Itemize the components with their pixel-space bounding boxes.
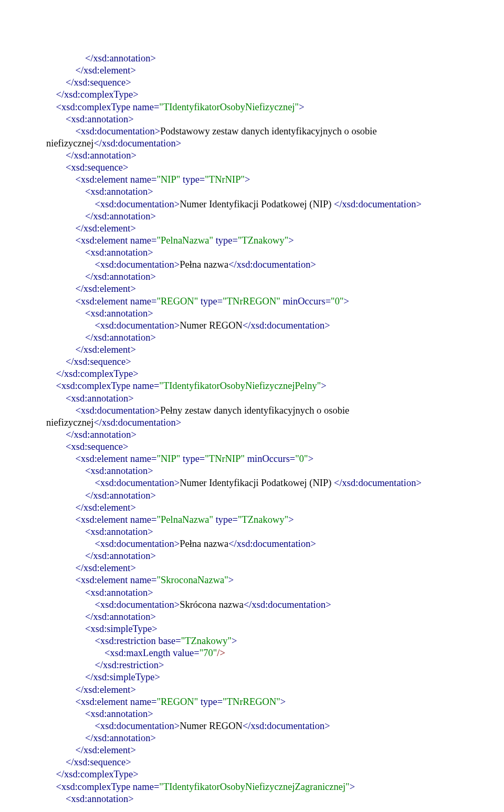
code-line: <xsd:documentation>Numer REGON</xsd:docu… [46,320,458,332]
code-line: <xsd:complexType name="TIdentyfikatorOso… [46,781,458,793]
code-line: </xsd:element> [46,223,458,235]
code-line: <xsd:element name="PelnaNazwa" type="TZn… [46,514,458,526]
code-line: </xsd:annotation> [46,52,458,65]
code-line: </xsd:element> [46,744,458,756]
code-line: <xsd:annotation> [46,587,458,599]
code-line: <xsd:element name="NIP" type="TNrNIP" mi… [46,453,458,465]
code-line: </xsd:annotation> [46,271,458,283]
code-line: <xsd:documentation>Numer Identyfikacji P… [46,477,458,489]
code-line: </xsd:annotation> [46,732,458,744]
code-line: <xsd:annotation> [46,526,458,538]
code-line: </xsd:restriction> [46,659,458,671]
code-line: </xsd:sequence> [46,77,458,89]
code-line: <xsd:documentation>Skrócona nazwa</xsd:d… [46,599,458,611]
code-line: <xsd:sequence> [46,441,458,453]
code-line: </xsd:annotation> [46,550,458,562]
code-line: <xsd:annotation> [46,708,458,720]
code-line: <xsd:element name="NIP" type="TNrNIP"> [46,174,458,186]
code-line: </xsd:annotation> [46,611,458,623]
code-line: <xsd:element name="REGON" type="TNrREGON… [46,696,458,708]
code-line: </xsd:annotation> [46,429,458,441]
code-line: </xsd:element> [46,502,458,514]
code-line: </xsd:annotation> [46,332,458,344]
code-line: <xsd:documentation>Pełna nazwa</xsd:docu… [46,538,458,550]
code-line: </xsd:annotation> [46,490,458,502]
code-line: </xsd:element> [46,344,458,356]
code-line: </xsd:element> [46,283,458,295]
code-line: <xsd:complexType name="TIdentyfikatorOso… [46,380,458,392]
code-line: <xsd:annotation> [46,393,458,405]
code-line: <xsd:element name="REGON" type="TNrREGON… [46,296,458,308]
code-line: </xsd:sequence> [46,356,458,368]
code-line: <xsd:documentation>Podstawowy zestaw dan… [46,125,458,138]
code-line: <xsd:annotation> [46,465,458,477]
xsd-code-block: </xsd:annotation> </xsd:element> </xsd:s… [46,52,458,805]
code-line: <xsd:annotation> [46,186,458,198]
code-line: <xsd:maxLength value="70"/> [46,647,458,659]
code-line: <xsd:restriction base="TZnakowy"> [46,635,458,647]
code-line: niefizycznej</xsd:documentation> [46,417,458,429]
code-line: </xsd:element> [46,562,458,574]
code-line: niefizycznej</xsd:documentation> [46,138,458,150]
code-line: </xsd:annotation> [46,150,458,162]
code-line: <xsd:complexType name="TIdentyfikatorOso… [46,101,458,113]
code-line: <xsd:documentation>Numer Identyfikacji P… [46,198,458,210]
code-line: </xsd:complexType> [46,768,458,781]
code-line: <xsd:documentation>Pełna nazwa</xsd:docu… [46,259,458,271]
code-line: </xsd:complexType> [46,89,458,101]
code-line: </xsd:element> [46,65,458,77]
code-line: </xsd:simpleType> [46,671,458,683]
code-line: <xsd:element name="PelnaNazwa" type="TZn… [46,235,458,247]
code-line: <xsd:element name="SkroconaNazwa"> [46,574,458,586]
code-line: </xsd:element> [46,684,458,696]
code-line: <xsd:annotation> [46,247,458,259]
code-line: <xsd:annotation> [46,308,458,320]
code-line: <xsd:annotation> [46,793,458,805]
code-line: <xsd:documentation>Pełny zestaw danych i… [46,405,458,417]
code-line: <xsd:documentation>Numer REGON</xsd:docu… [46,720,458,732]
code-line: </xsd:complexType> [46,368,458,380]
code-line: </xsd:sequence> [46,756,458,768]
code-line: </xsd:annotation> [46,210,458,223]
code-line: <xsd:simpleType> [46,623,458,635]
code-line: <xsd:sequence> [46,162,458,174]
code-line: <xsd:annotation> [46,113,458,125]
